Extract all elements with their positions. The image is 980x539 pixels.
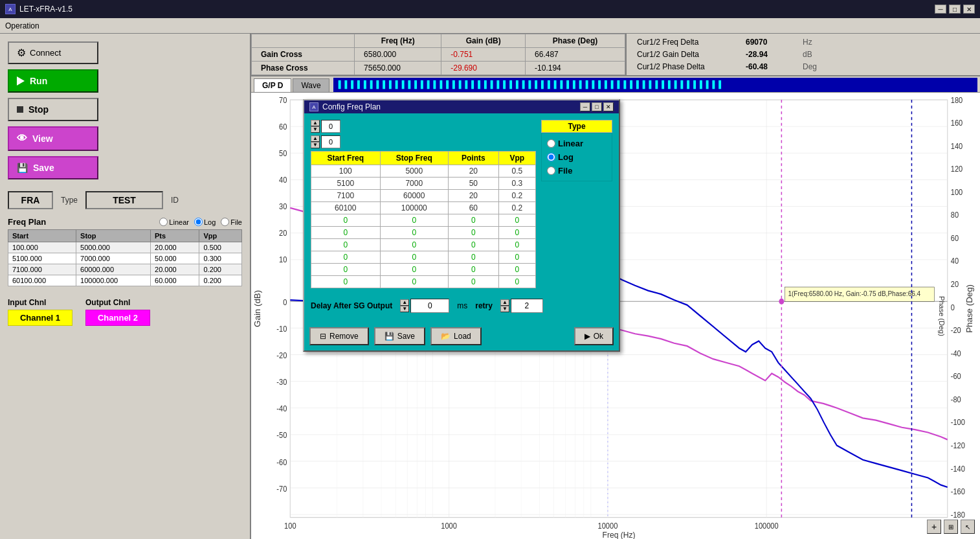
svg-text:-60: -60 [276, 457, 287, 466]
save-button[interactable]: 💾 Save [8, 156, 98, 179]
input-channel-value: Channel 1 [8, 310, 72, 326]
output-chnl-label: Output Chnl [85, 298, 150, 307]
type-file-option[interactable]: File [547, 166, 607, 176]
delay-input-group: ▲ ▼ [400, 299, 449, 313]
radio-log[interactable]: Log [194, 218, 216, 226]
spinner1-up[interactable]: ▲ [311, 120, 320, 126]
freq-table-row: 60100.000100000.00060.0000.200 [8, 275, 242, 286]
svg-text:-50: -50 [276, 431, 287, 440]
run-button[interactable]: Run [8, 69, 98, 93]
zoom-cursor-button[interactable]: ↖ [961, 520, 975, 534]
col-empty [252, 34, 355, 48]
radio-file-input[interactable] [221, 218, 229, 226]
dialog-title: Config Freq Plan [322, 102, 381, 111]
freq-table-row: 100.0005000.00020.0000.500 [8, 242, 242, 253]
zoom-plus-button[interactable]: + [927, 520, 941, 534]
eye-icon: 👁 [17, 133, 27, 144]
svg-text:0: 0 [283, 297, 287, 306]
svg-text:100000: 100000 [755, 522, 779, 531]
maximize-button[interactable]: □ [949, 5, 961, 14]
stop-button[interactable]: Stop [8, 98, 98, 121]
svg-text:Phase (Deg): Phase (Deg) [965, 284, 974, 333]
config-table-row: 0000 [311, 251, 536, 264]
tab-gpd[interactable]: G/P D [254, 78, 291, 92]
type-linear-option[interactable]: Linear [547, 139, 607, 148]
retry-down[interactable]: ▼ [500, 306, 509, 312]
freq-plan-section: Freq Plan Linear Log File [8, 217, 242, 286]
spinner2-up[interactable]: ▲ [311, 135, 320, 142]
config-table-row: 0000 [311, 276, 536, 288]
config-dialog: A Config Freq Plan ─ □ ✕ [303, 99, 620, 352]
menu-operation[interactable]: Operation [5, 21, 39, 30]
remove-button[interactable]: ⊟ Remove [309, 327, 369, 345]
svg-text:180: 180 [951, 95, 963, 104]
radio-linear[interactable]: Linear [159, 218, 189, 226]
col-freq-hz: Freq (Hz) [355, 34, 441, 48]
radio-file[interactable]: File [221, 218, 242, 226]
tab-bar: G/P D Wave ▐▐▐▐▐▐▐▐▐▐▐▐▐▐▐▐▐▐▐▐▐▐▐▐▐▐▐▐▐… [251, 76, 980, 93]
play-icon [17, 76, 25, 86]
dialog-maximize-button[interactable]: □ [592, 102, 602, 111]
config-table-row: 710060000200.2 [311, 190, 536, 202]
spinner2-down[interactable]: ▼ [311, 142, 320, 148]
spinner-row: ▲ ▼ [311, 120, 536, 133]
gain-delta-value: -28.94 [746, 50, 797, 59]
svg-text:40: 40 [951, 257, 959, 266]
menubar: Operation [0, 18, 980, 34]
load-icon: 📂 [441, 332, 451, 341]
svg-text:-40: -40 [951, 349, 961, 358]
radio-log-input[interactable] [194, 218, 203, 226]
freq-plan-table: Start Stop Pts Vpp 100.0005000.00020.000… [8, 229, 242, 286]
type-radio-options: Linear Log File [541, 133, 612, 181]
svg-text:100: 100 [284, 522, 296, 531]
type-linear-radio[interactable] [547, 139, 555, 148]
spinner1-down[interactable]: ▼ [311, 126, 320, 133]
retry-up[interactable]: ▲ [500, 299, 509, 306]
ok-button[interactable]: ▶ Ok [574, 327, 614, 345]
type-header: Type [541, 120, 612, 133]
spinner2-input[interactable] [321, 135, 340, 148]
input-channel-group: Input Chnl Channel 1 [8, 298, 72, 326]
app-icon: A [5, 4, 16, 14]
svg-text:40: 40 [279, 175, 287, 184]
svg-text:Gain (dB): Gain (dB) [253, 290, 262, 327]
gear-icon: ⚙ [17, 47, 26, 59]
retry-input[interactable] [511, 299, 543, 313]
svg-text:60: 60 [951, 233, 959, 242]
svg-text:-10: -10 [276, 324, 287, 333]
dialog-close-button[interactable]: ✕ [603, 102, 614, 111]
svg-text:-120: -120 [951, 441, 966, 450]
spinner1-input[interactable] [321, 120, 340, 133]
delay-input[interactable] [410, 299, 449, 313]
dialog-save-button[interactable]: 💾 Save [374, 327, 425, 345]
load-button[interactable]: 📂 Load [430, 327, 482, 345]
type-log-option[interactable]: Log [547, 152, 607, 162]
delay-down[interactable]: ▼ [400, 306, 409, 312]
dialog-minimize-button[interactable]: ─ [580, 102, 590, 111]
config-table-row: 0000 [311, 239, 536, 251]
save-icon: 💾 [384, 332, 394, 341]
config-col-stop: Stop Freq [380, 152, 449, 165]
connect-button[interactable]: ⚙ Connect [8, 41, 98, 64]
close-button[interactable]: ✕ [963, 5, 975, 14]
radio-linear-input[interactable] [159, 218, 168, 226]
svg-text:160: 160 [951, 119, 963, 128]
config-table-row: 0000 [311, 214, 536, 227]
type-section: Type Linear Log [541, 120, 612, 293]
ok-icon: ▶ [585, 332, 590, 341]
zoom-reset-button[interactable]: ⊞ [944, 520, 958, 534]
type-log-radio[interactable] [547, 153, 555, 161]
delay-up[interactable]: ▲ [400, 299, 409, 306]
svg-text:120: 120 [951, 165, 963, 174]
view-button[interactable]: 👁 View [8, 126, 98, 151]
tab-wave[interactable]: Wave [293, 78, 329, 92]
config-table-row: 0000 [311, 227, 536, 239]
gain-delta-label: Cur1/2 Gain Delta [637, 50, 741, 59]
type-file-radio[interactable] [547, 166, 555, 175]
titlebar-controls: ─ □ ✕ [935, 5, 975, 14]
delay-section: Delay After SG Output ▲ ▼ ms retry [311, 299, 612, 313]
col-start: Start [8, 230, 76, 242]
minimize-button[interactable]: ─ [935, 5, 946, 14]
config-freq-table: Start Freq Stop Freq Points Vpp 10050002… [311, 151, 536, 288]
phase-delta-label: Cur1/2 Phase Delta [637, 62, 741, 71]
